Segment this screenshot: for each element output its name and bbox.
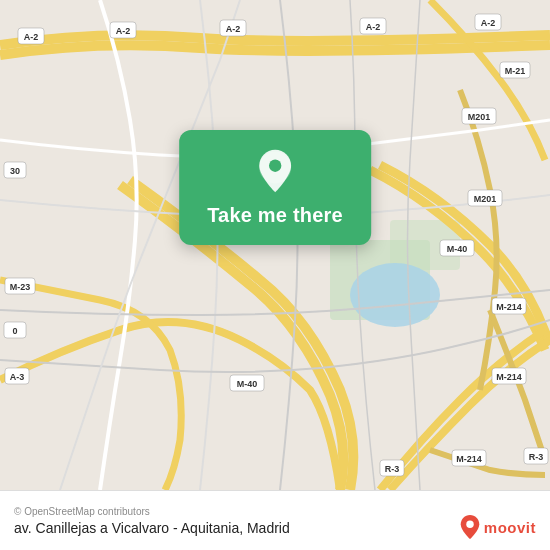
svg-text:A-2: A-2	[226, 24, 241, 34]
svg-text:A-3: A-3	[10, 372, 25, 382]
svg-text:M-214: M-214	[496, 372, 522, 382]
map-container: A-2 A-2 A-2 A-2 A-2 M-40 M-40 M-40 M201 …	[0, 0, 550, 490]
moovit-pin-icon	[459, 514, 481, 540]
svg-text:M-214: M-214	[496, 302, 522, 312]
bottom-bar: © OpenStreetMap contributors av. Canille…	[0, 490, 550, 550]
moovit-logo: moovit	[459, 514, 536, 540]
svg-text:R-3: R-3	[385, 464, 400, 474]
svg-text:M-214: M-214	[456, 454, 482, 464]
map-background: A-2 A-2 A-2 A-2 A-2 M-40 M-40 M-40 M201 …	[0, 0, 550, 490]
svg-text:A-2: A-2	[481, 18, 496, 28]
svg-text:M-21: M-21	[505, 66, 526, 76]
take-me-there-label: Take me there	[207, 204, 343, 227]
svg-text:A-2: A-2	[366, 22, 381, 32]
svg-text:R-3: R-3	[529, 452, 544, 462]
svg-text:30: 30	[10, 166, 20, 176]
svg-text:M-40: M-40	[447, 244, 468, 254]
location-pin-icon	[252, 148, 298, 194]
svg-text:0: 0	[12, 326, 17, 336]
svg-text:M-23: M-23	[10, 282, 31, 292]
svg-text:M201: M201	[474, 194, 497, 204]
navigation-popup[interactable]: Take me there	[179, 130, 371, 245]
svg-point-3	[350, 263, 440, 327]
svg-text:A-2: A-2	[24, 32, 39, 42]
svg-text:M-40: M-40	[237, 379, 258, 389]
svg-point-46	[466, 521, 473, 528]
svg-text:M201: M201	[468, 112, 491, 122]
map-attribution: © OpenStreetMap contributors	[14, 506, 536, 517]
svg-text:A-2: A-2	[116, 26, 131, 36]
location-name: av. Canillejas a Vicalvaro - Aquitania, …	[14, 520, 536, 536]
svg-point-45	[269, 160, 281, 172]
moovit-text: moovit	[484, 519, 536, 536]
